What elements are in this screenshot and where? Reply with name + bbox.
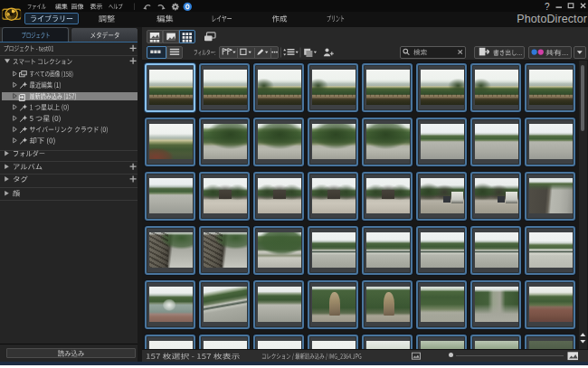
- svg-text:?: ?: [545, 2, 550, 12]
